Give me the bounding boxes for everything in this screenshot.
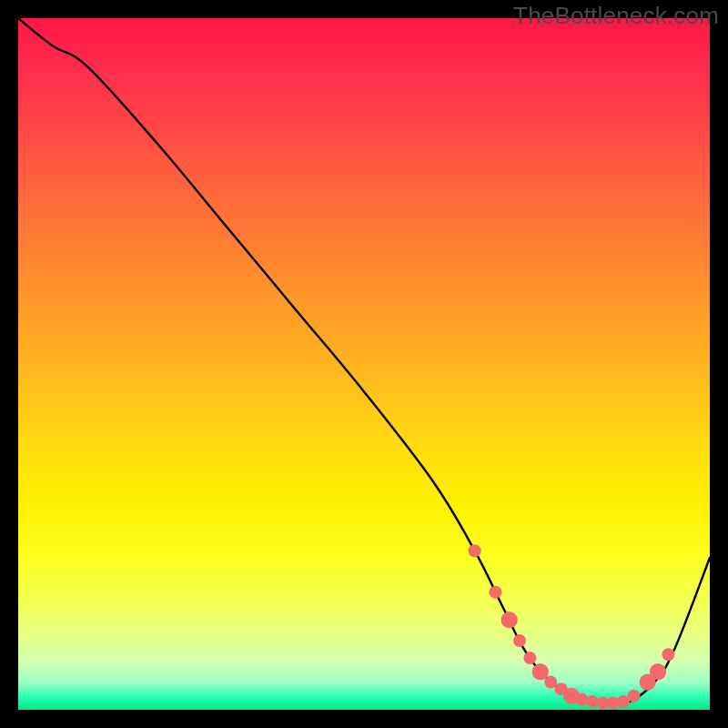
chart-svg bbox=[18, 18, 710, 710]
marker-dot bbox=[469, 544, 481, 557]
marker-dot bbox=[544, 676, 557, 689]
marker-dot bbox=[501, 612, 518, 628]
marker-dot bbox=[523, 652, 536, 664]
marker-dot bbox=[489, 586, 501, 599]
marker-dot bbox=[650, 663, 666, 680]
watermark-text: TheBottleneck.com bbox=[513, 2, 719, 30]
marker-dot bbox=[532, 663, 549, 680]
marker-dots bbox=[469, 544, 675, 709]
curve-line bbox=[18, 18, 710, 705]
marker-dot bbox=[513, 634, 526, 647]
marker-dot bbox=[627, 690, 640, 703]
marker-dot bbox=[662, 648, 674, 661]
